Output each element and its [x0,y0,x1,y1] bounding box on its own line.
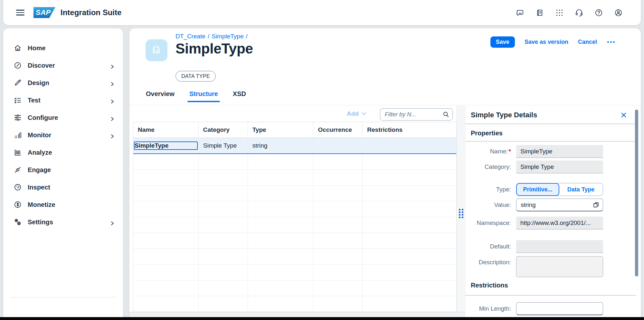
category-field[interactable]: Simple Type [516,160,603,173]
default-field[interactable] [516,240,603,253]
feedback-icon[interactable] [516,8,525,17]
filter-input[interactable] [385,111,443,118]
breadcrumb-link-simpletype[interactable]: SimpleType [212,33,243,40]
sidebar-item-label: Monetize [28,201,55,208]
tab-strip: Overview Structure XSD [146,90,246,102]
bottom-edge-bar [0,317,644,320]
field-label-type: Type: [465,186,516,193]
field-label-value: Value: [465,201,516,208]
chevron-right-icon [110,115,115,120]
sidebar-item-configure[interactable]: Configure [3,109,123,126]
close-icon[interactable] [620,112,627,119]
filter-field [380,108,453,121]
details-panel-title: Simple Type Details [471,111,537,119]
breadcrumb-link-dt-create[interactable]: DT_Create [175,33,205,40]
section-title-restrictions: Restrictions [471,282,508,289]
table-row-empty [133,217,456,233]
details-panel: Simple Type Details Properties Name:* Si… [465,106,641,320]
search-icon[interactable] [443,111,449,118]
column-header-category[interactable]: Category [199,122,248,138]
panel-divider [465,141,636,141]
chevron-right-icon [110,63,115,68]
home-icon [14,44,22,52]
integration-suite-app: SAP Integration Suite [0,0,644,320]
name-field[interactable]: SimpleType [516,145,603,158]
whats-new-icon[interactable] [535,8,544,17]
type-option-data-type[interactable]: Data Type [559,183,603,196]
panel-divider [465,295,636,296]
cancel-button[interactable]: Cancel [578,39,597,45]
value-field [516,199,603,211]
form-row-default: Default: [465,240,603,253]
tab-overview[interactable]: Overview [146,90,175,102]
sidebar-item-settings[interactable]: Settings [3,213,123,231]
sidebar-item-analyze[interactable]: Analyze [3,144,123,161]
app-switcher-icon[interactable] [555,8,564,17]
support-icon[interactable] [575,8,583,17]
chevron-down-icon [362,112,366,115]
namespace-field[interactable]: http://www.w3.org/2001/... [516,217,603,229]
splitter-grip-icon[interactable] [459,209,463,218]
add-button[interactable]: Add [347,110,366,117]
sidebar-item-engage[interactable]: Engage [3,161,123,179]
add-button-label: Add [347,110,359,117]
form-row-name: Name:* SimpleType [465,145,603,158]
save-button[interactable]: Save [490,36,515,48]
value-input[interactable] [521,201,592,208]
sidebar-item-monitor[interactable]: Monitor [3,126,123,144]
description-field[interactable] [516,256,603,277]
tab-structure[interactable]: Structure [189,90,218,102]
sidebar-item-design[interactable]: Design [3,74,123,92]
field-label-description: Description: [465,256,516,266]
sidebar-item-label: Home [28,44,46,52]
column-header-type[interactable]: Type [248,122,314,138]
table-row-empty [133,296,456,312]
cell-name[interactable]: SimpleType [134,141,198,150]
cell-occurrence[interactable] [314,138,363,153]
app-bar: SAP Integration Suite [3,0,641,25]
cell-restrictions[interactable] [363,138,456,153]
column-header-restrictions[interactable]: Restrictions [363,122,456,138]
type-option-primitive[interactable]: Primitive... [516,183,559,196]
min-length-field [516,302,603,315]
chevron-right-icon [110,133,115,137]
sidebar-item-home[interactable]: Home [3,39,123,57]
more-actions-icon[interactable] [607,40,615,44]
panel-splitter[interactable] [457,106,465,312]
sidebar-item-label: Discover [28,62,55,69]
sidebar-item-test[interactable]: Test [3,92,123,109]
menu-icon[interactable] [16,10,24,15]
page-title: SimpleType [175,41,253,57]
panel-divider [465,124,636,124]
product-title: Integration Suite [61,8,121,17]
sap-logo[interactable]: SAP [33,7,55,18]
min-length-input[interactable] [521,305,600,312]
sidebar-item-discover[interactable]: Discover [3,57,123,74]
cell-type[interactable]: string [248,138,314,153]
help-icon[interactable] [594,8,603,17]
column-header-occurrence[interactable]: Occurrence [313,122,363,138]
table-row-selected[interactable]: SimpleType Simple Type string [133,138,456,154]
column-header-name[interactable]: Name [133,122,199,138]
save-as-version-button[interactable]: Save as version [525,39,568,45]
field-label-name: Name:* [465,148,516,155]
table-row-empty [133,280,456,296]
account-icon[interactable] [614,8,623,17]
sidebar-divider [10,297,117,297]
copy-icon[interactable] [592,201,600,208]
sidebar-item-monetize[interactable]: Monetize [3,196,123,213]
section-title-properties: Properties [471,130,503,137]
required-marker: * [509,148,511,155]
cell-category[interactable]: Simple Type [199,138,248,153]
table-header-row: Name Category Type Occurrence Restrictio… [133,122,456,138]
tabs-divider [129,105,641,105]
form-row-description: Description: [465,256,603,277]
panel-scrollbar[interactable] [635,110,638,276]
breadcrumb: DT_Create/SimpleType/ [175,33,250,40]
table-row-empty [133,170,456,186]
tab-xsd[interactable]: XSD [233,90,246,102]
type-segmented-control: Primitive... Data Type [516,183,603,196]
gears-icon [14,218,22,226]
sidebar-item-inspect[interactable]: Inspect [3,179,123,196]
form-row-namespace: Namespace: http://www.w3.org/2001/... [465,217,603,229]
